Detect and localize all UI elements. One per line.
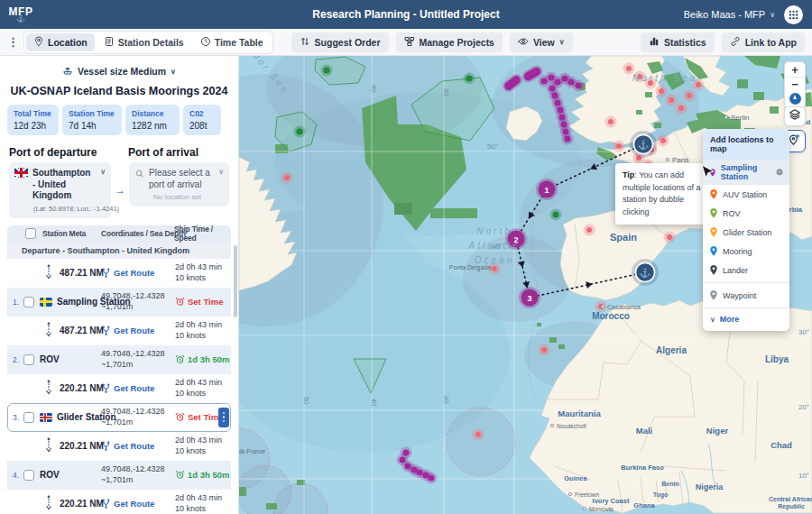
- gear-icon[interactable]: ⚙: [776, 168, 783, 177]
- view-button[interactable]: View∨: [510, 32, 573, 52]
- arrival-placeholder: Please select a port of arrival: [149, 168, 214, 190]
- map-label: Spain: [610, 232, 637, 243]
- stat-distance: Distance1282 nm: [125, 105, 180, 135]
- station-coordinates: 49.7048,-12.4328~1,701m: [101, 407, 165, 427]
- leg-distance: 487.21 NM: [60, 326, 104, 335]
- tooltip-title: Tip: [623, 170, 634, 179]
- view-tabs: Location Station Details Time Table: [23, 31, 273, 54]
- map-pin-icon: [709, 245, 718, 257]
- port-dot: [626, 66, 632, 71]
- map-label: de-France: [239, 448, 265, 454]
- table-row-leg: 220.21 NMGet Route2d 0h 43 min10 knots: [7, 432, 231, 461]
- tab-location[interactable]: Location: [26, 33, 95, 51]
- app-header: MFP ⚓ Research Planning - Untitled Proje…: [0, 0, 812, 29]
- manage-projects-button[interactable]: Manage Projects: [396, 32, 503, 52]
- tooltip-text: : You can add multiple locations of a st…: [623, 170, 701, 216]
- statistics-button[interactable]: Statistics: [641, 32, 715, 52]
- get-route-link[interactable]: Get Route: [101, 326, 154, 335]
- column-header: Coordinates / Sea Depth: [101, 229, 186, 238]
- station-index: 4.: [13, 471, 23, 480]
- button-label: Statistics: [664, 37, 706, 48]
- map-label: 40: [370, 85, 378, 93]
- map-label: Libya: [765, 354, 789, 364]
- project-title: UK-OSNAP Iceland Basis Moorings 2024: [0, 85, 238, 97]
- leg-time: 2d 0h 43 min10 knots: [175, 436, 222, 456]
- map-canvas[interactable]: ⚓⚓123 Labrador SeaNorth SeaNorthAtlantic…: [239, 56, 812, 514]
- popup-item-lander[interactable]: Lander: [703, 261, 789, 280]
- tab-time-table[interactable]: Time Table: [193, 33, 271, 51]
- table-row-station[interactable]: 2.ROV49.7048,-12.4328~1,701m1d 3h 50m: [7, 345, 231, 374]
- map-label: 30: [442, 396, 450, 404]
- leg-time: 2d 0h 43 min10 knots: [175, 378, 222, 399]
- vessel-size-selector[interactable]: Vessel size Medium ∨: [51, 65, 187, 78]
- map-label: 50: [302, 397, 310, 405]
- popup-item-label: Lander: [723, 266, 748, 275]
- station-status[interactable]: Set Time: [175, 412, 223, 422]
- port-dot: [669, 97, 674, 103]
- zoom-out-button[interactable]: −: [785, 77, 805, 91]
- popup-item-rov[interactable]: ROV: [703, 204, 789, 223]
- zoom-in-button[interactable]: +: [785, 62, 805, 77]
- vessel-size-label: Vessel size Medium: [78, 66, 166, 77]
- station-coordinates: 49.7048,-12.4328~1,701m: [101, 291, 165, 312]
- eye-icon: [518, 36, 529, 49]
- station-status[interactable]: Set Time: [175, 297, 223, 307]
- arrival-port-select[interactable]: Please select a port of arrival ∨ No loc…: [129, 162, 229, 207]
- table-header: Station Meta Coordinates / Sea Depth Shi…: [7, 225, 231, 243]
- suggest-order-button[interactable]: Suggest Order: [291, 32, 389, 52]
- select-all-checkbox[interactable]: [25, 228, 36, 239]
- leg-distance: 220.21 NM: [60, 499, 104, 509]
- station-name: ROV: [40, 354, 60, 364]
- map-label: Togo: [653, 491, 669, 499]
- station-checkbox[interactable]: [23, 297, 34, 307]
- kebab-menu-icon[interactable]: ⋮: [7, 35, 16, 49]
- station-status[interactable]: 1d 3h 50m: [175, 470, 229, 480]
- compass-button[interactable]: [789, 93, 801, 105]
- popup-item-mooring[interactable]: Mooring: [703, 242, 789, 261]
- popup-more-button[interactable]: ∨More: [703, 311, 789, 327]
- map-label: 40: [370, 399, 378, 407]
- port-dot: [541, 347, 547, 353]
- station-status[interactable]: 1d 3h 50m: [175, 354, 229, 364]
- arrival-heading: Port of arrival: [128, 146, 229, 159]
- station-checkbox[interactable]: [23, 354, 34, 365]
- layers-button[interactable]: [784, 106, 806, 126]
- popup-item-label: Waypoint: [723, 291, 756, 300]
- popup-item-auv-station[interactable]: AUV Station: [703, 185, 789, 204]
- link-to-app-button[interactable]: Link to App: [722, 32, 805, 52]
- popup-item-glider-station[interactable]: Glider Station: [703, 223, 789, 242]
- get-route-link[interactable]: Get Route: [101, 383, 154, 393]
- map-pin-icon: [709, 188, 718, 200]
- get-route-link[interactable]: Get Route: [101, 499, 154, 509]
- station-dot: [564, 135, 570, 142]
- apps-grid-button[interactable]: [784, 5, 803, 24]
- get-route-link[interactable]: Get Route: [101, 268, 154, 278]
- sidebar-scrollbar[interactable]: [234, 245, 237, 317]
- city-dot: [583, 507, 586, 509]
- station-dot: [575, 82, 581, 88]
- leg-distance: 487.21 NM: [60, 268, 104, 278]
- station-checkbox[interactable]: [23, 412, 34, 423]
- station-index: 3.: [13, 413, 23, 422]
- apps-grid-icon: [789, 10, 798, 20]
- row-menu-button[interactable]: [218, 408, 229, 427]
- route-segment-icon: [43, 380, 54, 398]
- table-row-station[interactable]: 1.Sampling Station49.7048,-12.4328~1,701…: [7, 288, 231, 317]
- tab-station-details[interactable]: Station Details: [97, 33, 191, 51]
- arrow-right-icon: →: [115, 184, 125, 197]
- station-checkbox[interactable]: [23, 470, 34, 481]
- departure-port-select[interactable]: Southampton - United Kingdom ∨ (Lat: 50.…: [9, 162, 111, 218]
- popup-item-waypoint[interactable]: Waypoint: [703, 286, 789, 305]
- station-coordinates: 49.7048,-12.4328~1,701m: [101, 349, 165, 370]
- table-row-station[interactable]: 3.Glider Station49.7048,-12.4328~1,701mS…: [7, 403, 231, 432]
- table-row-station[interactable]: 4.ROV49.7048,-12.4328~1,701m1d 3h 50m: [7, 461, 231, 490]
- get-route-link[interactable]: Get Route: [101, 441, 154, 451]
- table-row-leg: 487.21 NMGet Route2d 0h 43 min10 knots: [7, 259, 231, 288]
- map-label: Burkina Faso: [621, 464, 664, 472]
- popup-item-sampling-station[interactable]: Sampling Station⚙: [703, 160, 789, 185]
- table-row-leg: 220.21 NMGet Route2d 0h 43 min10 knots: [7, 490, 231, 514]
- popup-item-label: Mooring: [723, 247, 752, 256]
- map-label: Freetown: [575, 491, 599, 498]
- port-dot: [608, 119, 614, 124]
- user-menu[interactable]: Beiko Maas - MFP ∨: [684, 9, 775, 20]
